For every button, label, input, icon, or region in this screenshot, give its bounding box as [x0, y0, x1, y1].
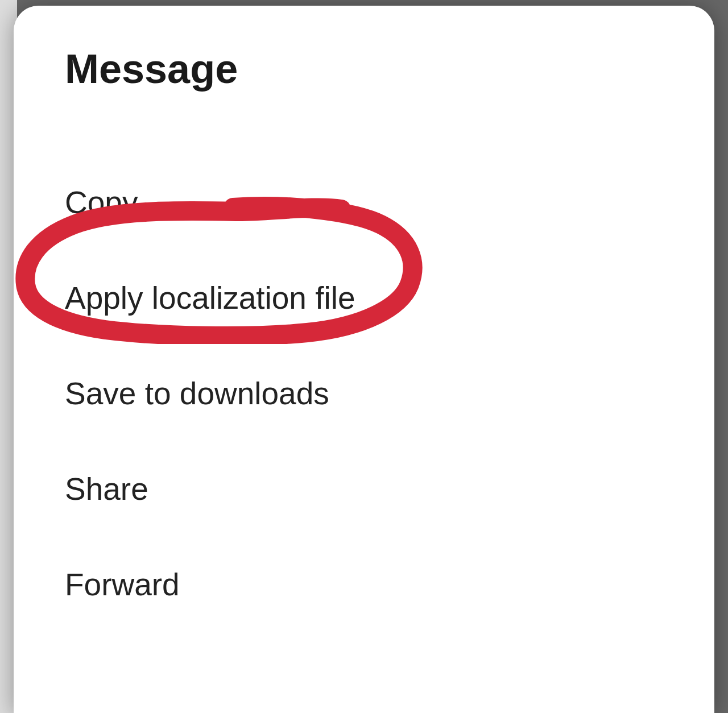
menu-item-forward[interactable]: Forward — [65, 537, 663, 632]
menu-item-copy[interactable]: Copy — [65, 155, 663, 250]
menu-item-share[interactable]: Share — [65, 441, 663, 537]
menu-item-apply-localization-file[interactable]: Apply localization file — [65, 250, 663, 346]
dialog-title: Message — [65, 45, 663, 92]
message-context-menu: Message Copy Apply localization file Sav… — [14, 6, 714, 713]
menu-item-save-to-downloads[interactable]: Save to downloads — [65, 346, 663, 441]
menu-list: Copy Apply localization file Save to dow… — [65, 155, 663, 632]
